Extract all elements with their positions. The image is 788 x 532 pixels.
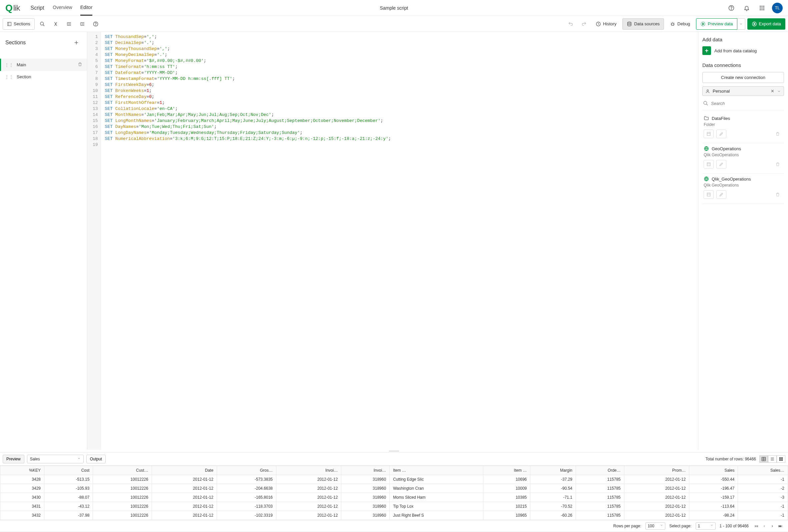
sidebar-section-item[interactable]: ⋮⋮Main [0,59,87,71]
debug-button[interactable]: Debug [666,18,694,29]
chevron-down-icon[interactable] [777,89,781,93]
preview-dropdown-icon[interactable] [737,18,745,29]
undo-icon[interactable] [565,18,576,29]
export-data-button[interactable]: Export data [747,18,786,29]
help-toolbar-icon[interactable] [90,18,101,29]
delete-connection-icon[interactable] [773,160,783,168]
preview-tab[interactable]: Preview [3,455,24,463]
column-header[interactable]: Cost [44,466,93,475]
outdent-icon[interactable] [77,18,88,29]
create-connection-button[interactable]: Create new connection [702,72,784,83]
column-header[interactable]: %KEY [0,466,44,475]
preview-table-select[interactable]: Sales [27,455,84,463]
connection-item[interactable]: DataFilesFolder [702,113,784,143]
svg-point-22 [95,25,96,25]
app-logo: Qlik [5,3,22,13]
script-editor[interactable]: 12345678910111213141516171819 SET Thousa… [87,32,698,450]
space-selector[interactable]: Personal ✕ [702,86,784,96]
svg-rect-11 [8,22,11,26]
edit-connection-icon[interactable] [716,160,726,168]
sections-toggle-button[interactable]: Sections [3,18,35,29]
preview-data-button[interactable]: Preview data [696,18,737,29]
column-header[interactable]: Orde… [576,466,624,475]
tab-editor[interactable]: Editor [80,0,93,16]
select-page-select[interactable]: 1 [696,522,716,530]
table-row[interactable]: 3429-105.93100122262012-01-12-204.663820… [0,484,788,493]
column-header[interactable]: Sales… [738,466,788,475]
search-icon[interactable] [37,18,48,29]
connection-item[interactable]: GeoOperationsQlik GeoOperations [702,143,784,173]
column-header[interactable]: Prom… [624,466,689,475]
person-icon [705,89,710,94]
connection-name: DataFiles [712,116,730,121]
svg-point-24 [628,22,631,23]
svg-rect-6 [762,7,763,8]
column-header[interactable]: Invoi… [341,466,390,475]
rows-per-page-label: Rows per page: [613,524,641,528]
add-from-catalog-button[interactable]: + Add from data catalog [702,46,784,55]
apps-grid-icon[interactable] [757,3,767,13]
view-cards-icon[interactable] [777,455,785,463]
bell-icon[interactable] [741,3,752,13]
column-header[interactable]: Cust… [93,466,152,475]
edit-connection-icon[interactable] [716,129,726,138]
column-header[interactable]: Item … [483,466,530,475]
help-icon[interactable] [726,3,737,13]
sections-heading: Sections [5,40,26,46]
indent-icon[interactable] [63,18,75,29]
view-list-icon[interactable] [768,455,777,463]
total-rows-label: Total number of rows: 96466 [706,457,756,462]
comment-icon[interactable] [50,18,61,29]
prev-page-icon[interactable]: ‹ [761,524,768,528]
view-grid-icon[interactable] [759,455,768,463]
column-header[interactable]: Margin [530,466,576,475]
add-section-icon[interactable] [71,37,82,48]
output-button[interactable]: Output [86,455,106,463]
breadcrumb-script[interactable]: Script [30,5,44,11]
sidebar-section-item[interactable]: ⋮⋮Section [0,71,87,83]
svg-rect-8 [760,9,761,10]
table-row[interactable]: 3428-513.15100122262012-01-12-573.383520… [0,475,788,484]
first-page-icon[interactable]: ⏮ [753,524,760,528]
select-data-icon[interactable] [704,190,714,199]
connection-item[interactable]: Qlik_GeoOperationsQlik GeoOperations [702,173,784,204]
svg-rect-49 [779,457,781,459]
table-row[interactable]: 3432-37.98100122262012-01-12-102.3319201… [0,511,788,520]
delete-connection-icon[interactable] [773,190,783,199]
select-data-icon[interactable] [704,129,714,138]
column-header[interactable]: Date [152,466,217,475]
svg-point-32 [707,89,709,91]
tab-overview[interactable]: Overview [53,0,72,16]
drag-handle-icon[interactable]: ⋮⋮ [5,62,13,67]
add-data-heading: Add data [702,37,784,42]
delete-icon[interactable] [78,62,82,68]
avatar[interactable]: TL [772,3,783,13]
history-button[interactable]: History [592,18,620,29]
column-header[interactable]: Sales [689,466,738,475]
column-header[interactable]: Gros… [217,466,276,475]
next-page-icon[interactable]: › [769,524,776,528]
rows-per-page-select[interactable]: 100 [645,522,665,530]
redo-icon[interactable] [578,18,590,29]
clear-space-icon[interactable]: ✕ [771,89,774,94]
select-data-icon[interactable] [704,160,714,168]
delete-connection-icon[interactable] [773,129,783,138]
page-range-label: 1 - 100 of 96466 [720,524,749,528]
resize-handle[interactable] [0,450,788,452]
svg-rect-38 [707,163,710,166]
data-sources-button[interactable]: Data sources [622,18,664,29]
svg-rect-9 [762,9,763,10]
svg-rect-41 [707,193,710,196]
column-header[interactable]: Item … [390,466,483,475]
chevron-down-icon [77,457,81,460]
edit-connection-icon[interactable] [716,190,726,199]
table-row[interactable]: 3431-43.12100122262012-01-12-118.3703201… [0,502,788,511]
drag-handle-icon[interactable]: ⋮⋮ [5,74,13,79]
folder-icon [704,116,709,121]
svg-point-13 [40,22,43,25]
column-header[interactable]: Invoi… [276,466,341,475]
last-page-icon[interactable]: ⏭ [777,524,784,528]
connection-search-input[interactable] [711,101,783,106]
table-row[interactable]: 3430-88.07100122262012-01-12-165.8016201… [0,493,788,502]
svg-rect-52 [781,459,783,461]
